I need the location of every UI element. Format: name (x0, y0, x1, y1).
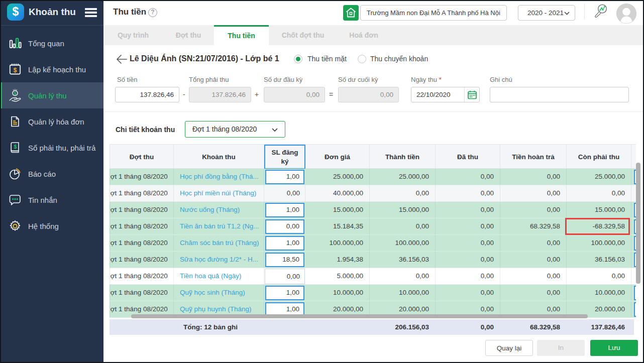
svg-text:$: $ (14, 67, 17, 74)
svg-text:$: $ (14, 91, 17, 96)
svg-text:$: $ (14, 144, 17, 150)
